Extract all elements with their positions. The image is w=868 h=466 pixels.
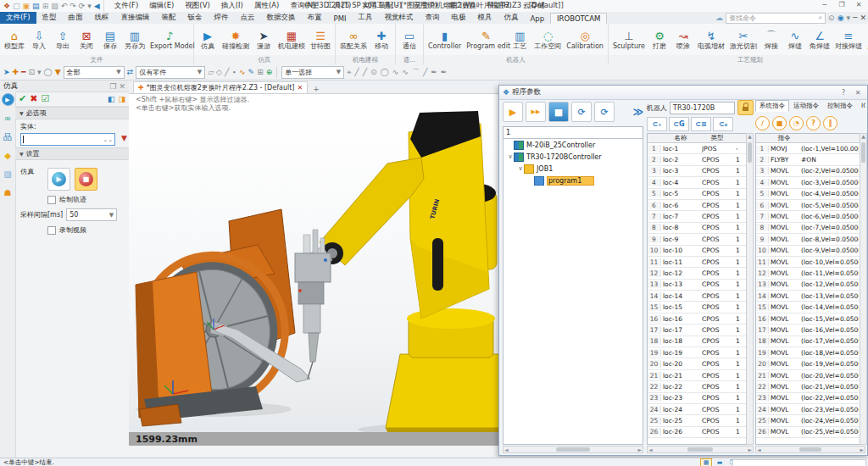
target-icon[interactable]: ⌖ [347,66,351,78]
status-input-field[interactable] [732,459,866,466]
table-row[interactable]: 4loc-4CPOS1 [648,177,753,188]
table-row[interactable]: 6loc-6CPOS1 [648,200,753,211]
table-row[interactable]: 26MOVL(loc-25,Vel=0.05000,A [756,427,865,438]
ok-button[interactable]: ✔ [19,93,26,105]
filter-single-dropdown[interactable]: 单一选择▼ [281,66,344,79]
ribbon-tab[interactable]: 查询 [420,12,446,24]
undo-icon[interactable]: ↶ [61,1,68,11]
face-filter-icon[interactable]: ◇ [216,66,222,78]
vertex-filter-icon[interactable]: ∙ [231,66,236,78]
window-select-icon[interactable]: ⊡ [29,66,36,78]
scroll-right-icon[interactable]: ► [748,447,752,452]
arc-additive-button[interactable]: ↯电弧增材 [695,30,727,50]
sculpture-button[interactable]: ⊥Sculpture [610,30,648,50]
ribbon-tab[interactable]: PMI [328,14,353,24]
app-logo-icon[interactable]: ❖ [3,1,10,11]
stamp2-icon[interactable]: ✒ [441,66,448,78]
table-row[interactable]: 24loc-24CPOS1 [648,404,753,415]
table-row[interactable]: 22loc-22CPOS1 [648,381,753,392]
fillet-weld-button[interactable]: ∠角焊缝 [807,30,832,50]
communication-button[interactable]: ▭通信 [398,30,421,50]
table-row[interactable]: 8MOVL(loc-7,Vel=0.05000,A [756,223,865,234]
scroll-up-icon[interactable]: ▲ [747,134,753,139]
scrollbar-thumb[interactable] [748,142,752,163]
ribbon-tab[interactable]: 数据交换 [261,12,302,24]
scroll-left-icon[interactable]: ◄ [648,447,653,452]
filter-icon[interactable]: ▼ [55,66,61,78]
new-file-icon[interactable]: ▢ [13,1,20,11]
status-model-view-icon[interactable]: ▦ [700,458,712,466]
instruction-tab[interactable]: 运动指令 [789,100,823,112]
checkbox[interactable] [47,226,56,235]
location-vertical-scrollbar[interactable]: ▲ [746,133,754,445]
export-button[interactable]: ⇧导出 [51,30,75,50]
cmd-query-icon[interactable]: ? [806,116,821,130]
spot-weld-button[interactable]: ∴点焊缝 [865,30,868,50]
table-row[interactable]: 26loc-26CPOS1 [648,427,753,438]
caret-icon[interactable]: ▾ [847,12,851,24]
instruction-tab[interactable]: 控制指令 [823,100,857,112]
window-help-button[interactable]: ? [837,89,849,97]
scrollbar-thumb[interactable] [799,447,821,452]
jump-line-input[interactable]: 1 [503,126,643,139]
status-monitor-icon[interactable]: ▬ [715,459,725,466]
dock-icon[interactable]: ❐ [109,80,116,92]
lasso-select-icon[interactable]: ◯ [44,66,53,78]
table-row[interactable]: 16MOVL(loc-15,Vel=0.05000,A [756,313,865,325]
stamp-icon[interactable]: ✒ [431,66,437,78]
table-row[interactable]: 14loc-14CPOS1 [648,291,753,302]
calibration-button[interactable]: ◎Calibration [564,30,606,50]
scrollbar-thumb[interactable] [861,142,865,163]
model-library-button[interactable]: ⌂模型库 [2,30,27,50]
table-row[interactable]: 3loc-3CPOS1 [648,166,753,177]
help-robot-icon[interactable]: ◉ [837,12,844,24]
apply-button[interactable]: ☑ [41,93,49,105]
table-row[interactable]: 1MOVJ(loc-1,Vel=100.00000 [756,143,865,154]
filter-all-dropdown[interactable]: 全部▼ [64,66,125,79]
loc-list-button[interactable]: ⊂≡ [691,117,711,131]
simulate-command-icon[interactable]: ▶ [2,93,14,106]
instruction-tab[interactable]: IO指令 [857,100,865,112]
qat-dropdown-icon[interactable]: ▾ [87,1,92,11]
window-select-dropdown-icon[interactable]: ▾ [37,66,42,78]
table-row[interactable]: 8loc-8CPOS1 [648,223,753,234]
controller-button[interactable]: ▮Controller [426,30,464,50]
table-row[interactable]: 18loc-18CPOS1 [648,336,753,347]
sim-play-button[interactable]: ▶ [47,168,70,191]
table-row[interactable]: 23MOVL(loc-22,Vel=0.05000,A [756,393,865,404]
menubar-item[interactable]: 编辑(E) [144,1,179,11]
instruction-horizontal-scrollbar[interactable]: ◄ ► [755,446,865,453]
3d-viewport[interactable]: ✚ *图灵变位机熔覆2更换叶片程序2.Z3 - [Default] ✕ + <S… [129,80,498,458]
move-button[interactable]: ✚移动 [370,30,393,50]
scrollbar-thumb[interactable] [556,447,590,452]
save-as-button[interactable]: ▥另存为 [122,30,147,50]
expand-panel-button[interactable]: ≫ [632,106,643,118]
table-row[interactable]: 7loc-7CPOS1 [648,211,753,222]
ribbon-tab[interactable]: 模具 [472,12,498,24]
loc-insert-button[interactable]: ⊂₊ [647,117,667,131]
table-row[interactable]: 17loc-17CPOS1 [648,325,753,336]
tree-expander-icon[interactable]: ∨ [517,165,524,172]
table-row[interactable]: 14MOVL(loc-13,Vel=0.05000,A [756,291,865,302]
weld-seam-button[interactable]: ∿焊缝 [783,30,807,50]
scrollbar-thumb[interactable] [687,447,713,452]
save-button[interactable]: ▤保存 [98,30,122,50]
ribbon-tab[interactable]: 视觉样式 [379,12,420,24]
save-icon[interactable]: ▤ [32,1,40,11]
add-select-icon[interactable]: ✚ [13,66,19,78]
hierarchy-icon[interactable]: 品 [2,130,14,143]
checkbox[interactable] [47,196,56,204]
component-filter-icon[interactable]: ⊕ [266,66,273,78]
sim-stop-button[interactable]: ■ [75,168,97,191]
settings-section-header[interactable]: ▼设置 [15,147,129,160]
circle-icon[interactable]: ◯ [381,66,389,78]
entity-input[interactable]: ⌄⌄ [20,133,115,146]
play-button[interactable]: ▶ [503,102,523,122]
table-row[interactable]: 4MOVL(loc-3,Vel=0.05000,A [756,177,865,188]
gear-icon[interactable]: ⊙ [828,12,835,24]
ribbon-tab[interactable]: 布置 [302,12,328,24]
table-row[interactable]: 22MOVL(loc-21,Vel=0.05000,A [756,381,865,392]
loop-button[interactable]: ⟳ [571,102,592,122]
tree-item[interactable]: ∨JOB1 [504,163,643,175]
table-row[interactable]: 2loc-2CPOS1 [648,154,753,165]
